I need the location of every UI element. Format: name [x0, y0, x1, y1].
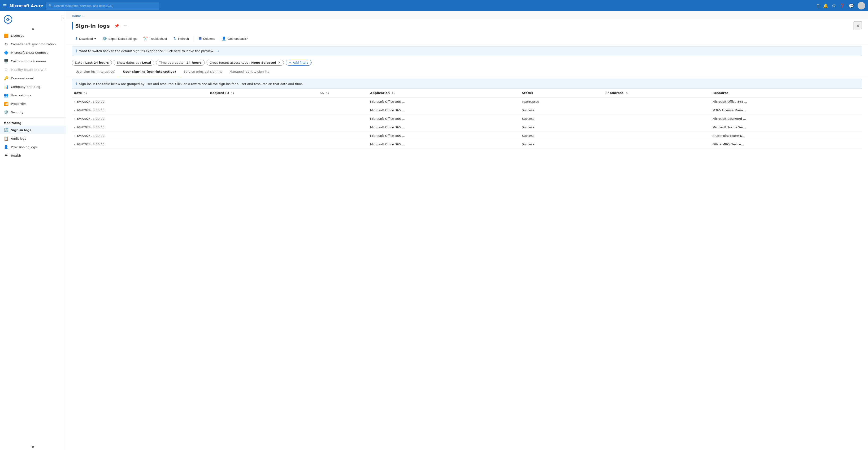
cell-application-2: Microsoft Office 365 ... — [368, 115, 520, 123]
tab-managed-identity-label: Managed identity sign-ins — [229, 70, 269, 74]
sidebar-item-label: Cross-tenant synchronization — [11, 43, 56, 46]
col-header-user[interactable]: U. ↑↓ — [318, 89, 368, 97]
tab-interactive[interactable]: User sign-ins (interactive) — [72, 67, 119, 76]
table-row[interactable]: › 6/4/2024, 8:00:00 Microsoft Office 365… — [72, 123, 862, 132]
table-row[interactable]: › 6/4/2024, 8:00:00 Microsoft Office 365… — [72, 97, 862, 106]
cell-request-id-1 — [208, 106, 318, 115]
close-button[interactable]: ✕ — [854, 22, 862, 30]
sidebar-item-audit-logs[interactable]: 📋 Audit logs — [0, 134, 66, 143]
date-filter-chip[interactable]: Date : Last 24 hours — [72, 60, 112, 65]
sidebar-item-properties[interactable]: 📶 Properties — [0, 100, 66, 108]
hamburger-icon[interactable]: ☰ — [3, 3, 7, 8]
cross-tenant-close-icon[interactable]: ✕ — [278, 61, 281, 64]
sidebar-collapse-button[interactable]: « — [61, 15, 66, 21]
cell-user-4 — [318, 132, 368, 140]
col-header-date[interactable]: Date ↑↓ — [72, 89, 208, 97]
columns-button[interactable]: ☰ Columns — [196, 35, 218, 42]
sign-in-table: Date ↑↓ Request ID ↑↓ U. ↑↓ Applicatio — [72, 89, 862, 149]
troubleshoot-icon: ✂️ — [143, 36, 148, 41]
sidebar-item-provisioning-logs[interactable]: 👤 Provisioning logs — [0, 143, 66, 151]
cell-user-1 — [318, 106, 368, 115]
col-header-request-id[interactable]: Request ID ↑↓ — [208, 89, 318, 97]
tab-service-principal[interactable]: Service principal sign-ins — [180, 67, 226, 76]
cell-resource-2: Microsoft password ... — [711, 115, 862, 123]
row-expand-icon-0[interactable]: › — [74, 100, 75, 104]
col-header-resource[interactable]: Resource — [711, 89, 862, 97]
tab-non-interactive-label: User sign-ins (non-interactive) — [123, 70, 176, 74]
preview-banner-link[interactable]: → — [216, 49, 219, 53]
cell-date-4: › 6/4/2024, 8:00:00 — [72, 132, 208, 140]
page-title: Sign-in logs — [75, 23, 110, 29]
export-data-settings-button[interactable]: ⚙️ Export Data Settings — [100, 35, 140, 42]
col-header-ip-address[interactable]: IP address ↑↓ — [603, 89, 711, 97]
sidebar-item-user-settings[interactable]: 👥 User settings — [0, 91, 66, 100]
cell-date-5: › 6/4/2024, 8:00:00 — [72, 140, 208, 149]
feedback-label: Got feedback? — [228, 37, 248, 40]
row-expand-icon-4[interactable]: › — [74, 134, 75, 138]
search-bar[interactable]: 🔍 — [46, 2, 159, 9]
more-options-button[interactable]: ··· — [122, 23, 129, 29]
feedback-button[interactable]: 👤 Got feedback? — [219, 35, 251, 42]
table-row[interactable]: › 6/4/2024, 8:00:00 Microsoft Office 365… — [72, 132, 862, 140]
sidebar-item-company-branding[interactable]: 📊 Company branding — [0, 82, 66, 91]
show-dates-filter-chip[interactable]: Show dates as : Local — [114, 60, 154, 65]
refresh-icon: ↻ — [174, 36, 177, 41]
sidebar-scroll-up-button[interactable]: ▲ — [0, 26, 66, 31]
sidebar-item-custom-domain[interactable]: 🖥️ Custom domain names — [0, 57, 66, 65]
refresh-button[interactable]: ↻ Refresh — [171, 35, 192, 42]
feedback-icon[interactable]: 💬 — [848, 3, 854, 8]
time-aggregate-filter-chip[interactable]: Time aggregate : 24 hours — [156, 60, 205, 65]
sidebar-item-health[interactable]: ❤️ Health — [0, 151, 66, 160]
pin-button[interactable]: 📌 — [113, 23, 121, 29]
page-title-bar: Sign-in logs — [72, 22, 110, 30]
sidebar-scroll-down-button[interactable]: ▼ — [0, 444, 66, 450]
avatar[interactable] — [858, 2, 865, 9]
table-row[interactable]: › 6/4/2024, 8:00:00 Microsoft Office 365… — [72, 115, 862, 123]
table-row[interactable]: › 6/4/2024, 8:00:00 Microsoft Office 365… — [72, 140, 862, 149]
tab-non-interactive[interactable]: User sign-ins (non-interactive) — [119, 67, 180, 76]
row-expand-icon-1[interactable]: › — [74, 108, 75, 112]
row-expand-icon-3[interactable]: › — [74, 125, 75, 129]
cross-tenant-filter-chip[interactable]: Cross tenant access type : None Selected… — [207, 60, 284, 65]
sidebar-item-label: Audit logs — [11, 137, 26, 140]
gear-icon[interactable]: ⚙️ — [832, 3, 836, 8]
cross-tenant-filter-label: Cross tenant access type : — [210, 61, 250, 64]
sidebar-item-cross-tenant-sync[interactable]: ⚙️ Cross-tenant synchronization — [0, 40, 66, 48]
feedback-icon: 👤 — [222, 36, 226, 41]
refresh-label: Refresh — [178, 37, 189, 40]
cell-application-3: Microsoft Office 365 ... — [368, 123, 520, 132]
brand-name: Microsoft Azure — [9, 4, 43, 8]
sign-in-tabs: User sign-ins (interactive) User sign-in… — [66, 67, 868, 76]
sidebar-item-licenses[interactable]: 🟧 Licenses — [0, 31, 66, 40]
row-expand-icon-5[interactable]: › — [74, 142, 75, 146]
sidebar-item-label: Health — [11, 154, 21, 158]
terminal-icon[interactable]:  — [817, 3, 819, 8]
download-icon: ⬇ — [75, 36, 78, 41]
col-header-status[interactable]: Status — [520, 89, 603, 97]
add-filters-button[interactable]: + Add filters — [286, 60, 312, 65]
help-icon[interactable]: ❓ — [840, 3, 845, 8]
troubleshoot-button[interactable]: ✂️ Troubleshoot — [141, 35, 170, 42]
sidebar-item-label: Microsoft Entra Connect — [11, 51, 48, 54]
col-header-application[interactable]: Application ↑↓ — [368, 89, 520, 97]
breadcrumb-home[interactable]: Home — [72, 14, 81, 18]
app-logo-icon: ⟳ — [4, 15, 12, 24]
cell-resource-0: Microsoft Office 365 ... — [711, 97, 862, 106]
table-row[interactable]: › 6/4/2024, 8:00:00 Microsoft Office 365… — [72, 106, 862, 115]
sidebar-item-password-reset[interactable]: 🔑 Password reset — [0, 74, 66, 82]
search-input[interactable] — [54, 4, 157, 7]
main-content: Home › Sign-in logs 📌 ··· ✕ ⬇ Download — [66, 11, 868, 450]
cell-user-3 — [318, 123, 368, 132]
bell-icon[interactable]: 🔔 — [823, 3, 828, 8]
cell-ip-address-5 — [603, 140, 711, 149]
sidebar-item-sign-in-logs[interactable]: 🔄 Sign-in logs — [0, 126, 66, 134]
table-info-banner: ℹ Sign-ins in the table below are groupe… — [72, 79, 862, 89]
sidebar-item-entra-connect[interactable]: 🔷 Microsoft Entra Connect — [0, 48, 66, 57]
sidebar-item-mobility[interactable]: ⚙️ Mobility (MDM and WIP) — [0, 65, 66, 74]
download-button[interactable]: ⬇ Download ▾ — [72, 35, 99, 42]
preview-banner-text: Want to switch back to the default sign-… — [79, 49, 214, 53]
sidebar-item-security[interactable]: 🛡️ Security — [0, 108, 66, 116]
tab-managed-identity[interactable]: Managed identity sign-ins — [226, 67, 273, 76]
sidebar-logo: ⟳ — [0, 11, 66, 26]
row-expand-icon-2[interactable]: › — [74, 117, 75, 120]
